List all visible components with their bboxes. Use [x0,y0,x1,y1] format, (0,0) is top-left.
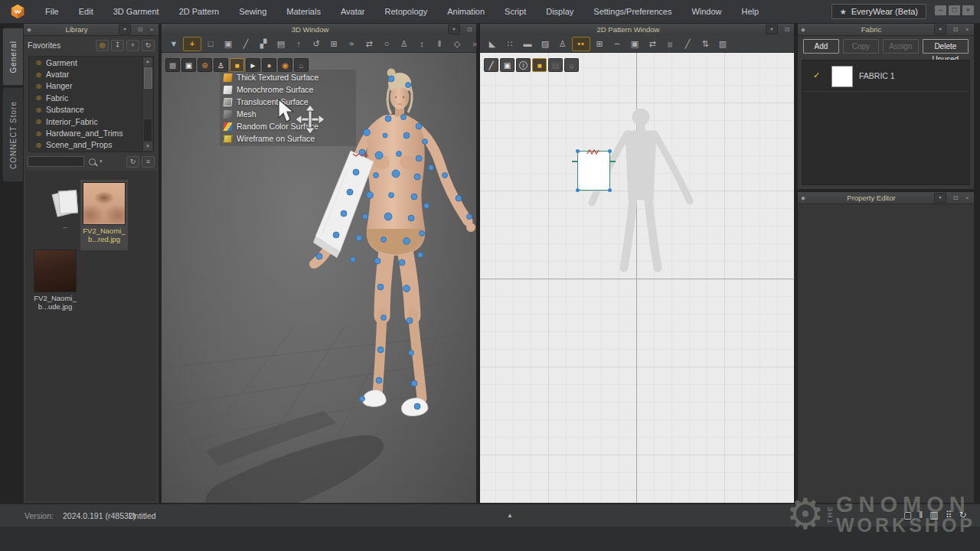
pattern-corner-handle[interactable] [608,188,612,192]
scale-tool[interactable]: ◇ [449,37,466,51]
sync-tool[interactable]: ‖ [431,37,448,51]
property-editor-popout-icon[interactable]: ⊡ [951,194,960,201]
pip-icon[interactable]: ▢ [903,510,912,520]
close-button[interactable]: × [962,5,974,15]
pin-garment-icon[interactable]: ▣ [500,58,514,72]
property-editor-close-icon[interactable]: × [962,194,972,201]
2d-window-caret-icon[interactable]: ▾ [766,24,778,34]
minimize-button[interactable]: – [935,5,946,15]
steam-tool[interactable]: ○ [378,37,395,51]
menu-window[interactable]: Window [681,0,731,23]
measure-tool[interactable]: ↕ [413,37,430,51]
simulate-tool[interactable]: ▼ [165,37,182,51]
white-garment-view-icon[interactable]: ▣ [181,58,196,72]
file-item-selected[interactable]: FV2_Naomi_ b...red.jpg [80,180,128,250]
add-favorite-icon[interactable]: + [126,40,139,51]
transform-pattern-2d-tool[interactable]: ◣ [484,37,501,51]
menu-retopology[interactable]: Retopology [375,0,438,23]
favorites-scrollbar[interactable]: ▲ ▼ [142,57,152,151]
tack-tool[interactable]: ≈ [343,37,360,51]
library-search-input[interactable] [28,156,84,167]
menu-item-translucent-surface[interactable]: Translucent Surface [220,96,356,108]
pin-tool[interactable]: ╱ [237,37,254,51]
menu-materials[interactable]: Materials [276,0,331,23]
menu-item-random-color-surface[interactable]: Random Color Surface [220,120,356,132]
menu-edit[interactable]: Edit [69,0,103,23]
copy-fabric-button[interactable]: Copy [843,39,879,54]
3d-window-caret-icon[interactable]: ▾ [448,24,460,34]
3d-viewport[interactable]: ▩ ▣ ⊛ ♙ ■ ► ● ◉ ⌂ Thick Textured Surface… [162,53,476,503]
menu-script[interactable]: Script [495,0,536,23]
menu-sewing[interactable]: Sewing [229,0,276,23]
transform-pattern-tool[interactable]: □ [202,37,219,51]
maximize-button[interactable]: □ [949,5,960,15]
texture-thumbnail-red[interactable] [83,182,126,225]
favorite-item-hanger[interactable]: ◎Hanger [29,80,153,92]
favorite-item-interior-fabric[interactable]: ◎Interior_Fabric [29,116,153,127]
3d-window-popout-icon[interactable]: ⊡ [465,26,474,33]
library-popout-icon[interactable]: ⊡ [136,26,145,33]
panel-pin-icon[interactable]: ◆ [24,27,34,33]
sew-segment-tool[interactable]: ⇄ [644,37,661,51]
surface-style-2d-icon[interactable]: ■ [532,58,547,72]
pattern-piece-2d[interactable] [577,151,610,191]
pattern-corner-handle[interactable] [576,149,580,153]
everywear-beta-button[interactable]: ★ EveryWear (Beta) [831,4,926,19]
menu-item-mesh[interactable]: Mesh [220,108,356,120]
library-caret-icon[interactable]: ▾ [119,24,131,34]
mannequin-tool[interactable]: ♙ [396,37,413,51]
pleats-tool[interactable]: ||| [662,37,678,51]
2d-viewport[interactable]: ╱ ▣ i ■ ▤ ⌂ [480,53,794,503]
avatar-raise-tool[interactable]: ↑ [290,37,307,51]
edit-texture-tool[interactable]: •• [572,37,590,51]
select-garment-tool[interactable]: ▣ [220,37,237,51]
scroll-up-icon[interactable]: ▲ [143,57,152,66]
frames-icon[interactable]: ▥ [929,510,938,520]
info-display-icon[interactable]: i [516,58,531,72]
menu-3d-garment[interactable]: 3D Garment [103,0,169,23]
panel-pin-icon[interactable]: ◆ [798,27,808,33]
collapse-panel-icon[interactable]: ▲ [507,512,513,519]
pattern-mesh-2d-icon[interactable]: ▤ [548,58,563,72]
menu-file[interactable]: File [35,0,69,23]
menu-item-wireframe-on-surface[interactable]: Wireframe on Surface [220,132,356,145]
select-move-tool[interactable]: + [183,37,201,51]
tab-connect-store[interactable]: CONNECT Store [2,87,23,182]
render-tool[interactable]: ▤ [273,37,289,51]
grid-pattern-tool[interactable]: ⊞ [591,37,608,51]
pattern-style-icon[interactable]: ⊛ [198,58,212,72]
dark-garment-view-icon[interactable]: ▩ [165,58,180,72]
menu-avatar[interactable]: Avatar [331,0,375,23]
parent-folder-icon[interactable] [53,189,79,217]
fabric-close-icon[interactable]: × [962,26,972,33]
favorite-item-avatar[interactable]: ◎Avatar [29,68,153,80]
zipper-tool[interactable]: ⇅ [697,37,714,51]
menu-2d-pattern[interactable]: 2D Pattern [169,0,230,23]
tab-general[interactable]: General [2,28,23,86]
arrangement-tool[interactable]: ▞ [255,37,272,51]
pattern-corner-handle[interactable] [608,149,612,153]
property-editor-caret-icon[interactable]: ▾ [934,193,946,203]
image-trace-tool[interactable]: ▨ [537,37,554,51]
pattern-corner-handle[interactable] [576,188,580,192]
menu-item-thick-textured-surface[interactable]: Thick Textured Surface [220,71,356,83]
menu-settings-preferences[interactable]: Settings/Preferences [583,0,681,23]
refresh-files-icon[interactable]: ↻ [126,156,139,168]
line-tool[interactable]: ╱ [679,37,696,51]
list-view-icon[interactable]: ≡ [142,156,155,168]
menu-item-monochrome-surface[interactable]: Monochrome Surface [220,83,356,96]
favorite-item-garment[interactable]: ◎Garment [29,57,153,68]
edit-points-tool[interactable]: ∷ [501,37,518,51]
favorite-item-hardware-and-trims[interactable]: ◎Hardware_and_Trims [29,127,153,139]
2d-window-popout-icon[interactable]: ⊡ [782,26,792,33]
favorite-item-fabric[interactable]: ◎Fabric [29,92,153,103]
sleeve-pattern-piece[interactable] [313,151,374,258]
pause-icon[interactable]: ‖ [919,510,923,520]
fabric-row[interactable]: ✓ FABRIC 1 [802,60,969,92]
add-fabric-button[interactable]: Add [803,39,839,54]
curve-tool[interactable]: ∼ [609,37,626,51]
fabric-check-icon[interactable]: ✓ [813,70,820,80]
panel-pin-icon[interactable]: ◆ [798,195,808,201]
sew-free-tool[interactable]: ▣ [626,37,643,51]
garment-view-2d-tool[interactable]: ▥ [714,37,731,51]
